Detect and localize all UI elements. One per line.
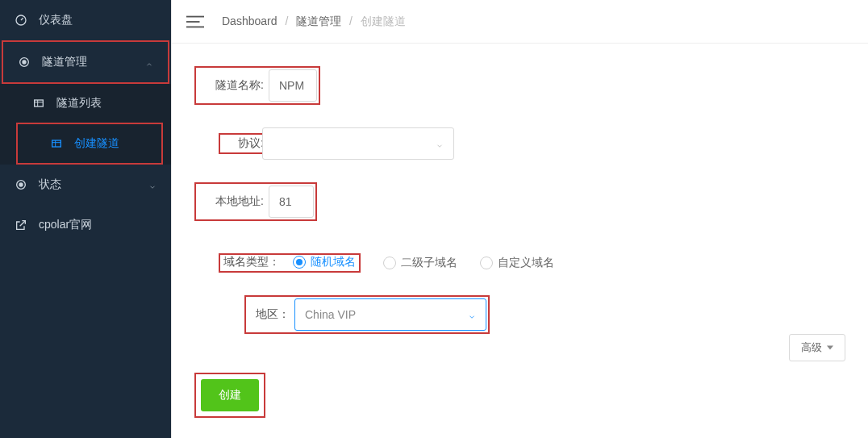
label-tunnel-name: 隧道名称: xyxy=(198,78,269,93)
hamburger-icon[interactable] xyxy=(186,15,204,29)
chevron-down-icon xyxy=(148,181,156,189)
select-protocol[interactable]: http xyxy=(262,127,454,160)
sidebar-item-cpolar-site[interactable]: cpolar官网 xyxy=(0,205,171,245)
triangle-down-icon xyxy=(827,345,833,350)
sidebar-label-tunnel-list: 隧道列表 xyxy=(56,96,102,111)
sidebar-item-tunnel-list[interactable]: 隧道列表 xyxy=(0,84,171,123)
radio-custom-domain[interactable]: 自定义域名 xyxy=(480,256,554,270)
input-tunnel-name[interactable] xyxy=(269,69,317,102)
sidebar-item-create-tunnel[interactable]: 创建隧道 xyxy=(18,124,161,163)
topbar: Dashboard / 隧道管理 / 创建隧道 xyxy=(172,0,868,44)
label-region: 地区： xyxy=(248,307,294,322)
sidebar-label-cpolar: cpolar官网 xyxy=(39,218,92,232)
target-icon xyxy=(18,56,31,69)
svg-point-10 xyxy=(19,183,23,186)
svg-rect-3 xyxy=(35,100,44,106)
create-button[interactable]: 创建 xyxy=(201,379,259,411)
chevron-down-icon xyxy=(468,311,476,319)
breadcrumb: Dashboard / 隧道管理 / 创建隧道 xyxy=(222,15,406,29)
svg-rect-6 xyxy=(52,140,61,147)
grid-icon xyxy=(50,137,63,150)
sidebar-label-tunnel-mgmt: 隧道管理 xyxy=(42,55,87,69)
grid-icon xyxy=(32,97,45,110)
select-region-value: China VIP xyxy=(305,308,356,321)
breadcrumb-tunnel-mgmt[interactable]: 隧道管理 xyxy=(296,15,341,27)
radio-label-random: 随机域名 xyxy=(311,255,356,269)
advanced-label: 高级 xyxy=(801,340,822,355)
sidebar-submenu-tunnel: 隧道列表 创建隧道 xyxy=(0,84,171,165)
gauge-icon xyxy=(15,14,27,27)
radio-label-custom: 自定义域名 xyxy=(498,256,554,270)
create-label: 创建 xyxy=(219,388,241,401)
radio-subdomain[interactable]: 二级子域名 xyxy=(383,256,457,270)
input-local-addr[interactable] xyxy=(269,186,314,218)
sidebar-item-status[interactable]: 状态 xyxy=(0,165,171,205)
svg-point-2 xyxy=(23,60,26,64)
sidebar: 仪表盘 隧道管理 隧道列表 xyxy=(0,0,171,438)
external-link-icon xyxy=(15,219,27,232)
sidebar-label-dashboard: 仪表盘 xyxy=(39,13,73,27)
advanced-button[interactable]: 高级 xyxy=(789,334,845,361)
chevron-down-icon xyxy=(436,140,444,148)
main-area: Dashboard / 隧道管理 / 创建隧道 隧道名称: 协议: http xyxy=(171,0,868,438)
chevron-up-icon xyxy=(145,58,153,66)
sidebar-label-create-tunnel: 创建隧道 xyxy=(74,136,119,151)
breadcrumb-dashboard[interactable]: Dashboard xyxy=(222,15,278,27)
sidebar-item-tunnel-mgmt[interactable]: 隧道管理 xyxy=(3,42,168,82)
sidebar-item-dashboard[interactable]: 仪表盘 xyxy=(0,0,171,40)
form-content: 隧道名称: 协议: http http 本地 xyxy=(172,44,868,438)
breadcrumb-create-tunnel: 创建隧道 xyxy=(361,15,406,27)
radio-label-sub: 二级子域名 xyxy=(401,256,457,270)
select-region[interactable]: China VIP xyxy=(294,298,486,331)
sidebar-label-status: 状态 xyxy=(39,177,61,192)
radio-random-domain[interactable]: 随机域名 xyxy=(293,255,356,269)
target-icon xyxy=(15,178,27,191)
label-domain-type: 域名类型： xyxy=(223,255,285,269)
label-local-addr: 本地地址: xyxy=(198,194,269,209)
